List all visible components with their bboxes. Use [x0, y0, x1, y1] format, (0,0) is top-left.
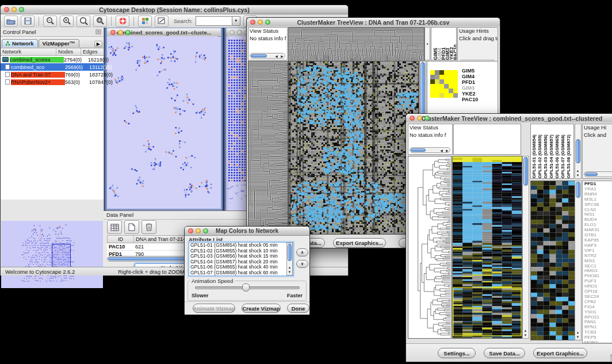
gene-label[interactable]: PUF3	[584, 279, 599, 284]
network-list-row[interactable]: DNA and Tran 07769(0)183728(0)	[1, 71, 104, 78]
attribute-listbox[interactable]: GPL51-01 (GSM854) heat shock 05 minGPL51…	[189, 242, 293, 276]
zoom-button[interactable]	[125, 30, 131, 35]
gene-label[interactable]: GIM3	[462, 85, 478, 91]
zoom-selected-button[interactable]	[93, 16, 107, 27]
delete-attribute-button[interactable]	[141, 220, 156, 234]
scroll-up-arrow[interactable]: ▲	[523, 328, 528, 333]
minimize-button[interactable]	[118, 30, 123, 35]
tab-network[interactable]: Network	[2, 39, 38, 47]
zoom-in-button[interactable]	[60, 16, 74, 27]
gene-label[interactable]: TCB3	[584, 330, 599, 335]
scroll-down-arrow[interactable]: ▼	[575, 173, 580, 178]
window-controls[interactable]	[188, 228, 208, 233]
column-label[interactable]: PAC10	[453, 28, 457, 60]
main-heatmap-canvas[interactable]	[288, 61, 419, 235]
network-window-title-bar[interactable]: combined_scores_good.txt--cluste...	[107, 28, 221, 37]
gene-label-list[interactable]: PFD1YRA1RNR4MSL1SPC98CLN1NIS1BUD4ELG1MAK…	[584, 182, 599, 343]
save-button[interactable]	[21, 16, 35, 27]
network-list-row[interactable]: RNAPuberNov2+563(0)107847(0)	[1, 78, 104, 86]
view-status-hscrollbar[interactable]: ◀ ▶	[410, 147, 450, 153]
gene-label[interactable]: YSH1	[584, 310, 599, 315]
row-dendrogram-canvas[interactable]	[248, 61, 288, 235]
gene-label-list[interactable]: GIM5GIM4PFD1GIM3YKE2PAC10	[462, 68, 478, 102]
network-list-row[interactable]: combined_scores2764(0)16218(0)	[1, 56, 104, 63]
network-view-canvas[interactable]	[107, 36, 217, 205]
scroll-up-arrow[interactable]: ▲	[287, 265, 292, 270]
column-label[interactable]: YKE2	[449, 28, 453, 60]
export-graphics-button[interactable]: Export Graphics...	[333, 238, 386, 248]
vizmapper-button[interactable]	[138, 16, 152, 27]
view-status-hscrollbar[interactable]: ◀ ▶	[250, 53, 285, 59]
gene-label[interactable]: PAC10	[462, 97, 478, 102]
gene-label[interactable]: KAP95	[584, 238, 599, 243]
gene-label[interactable]: PAN1	[584, 320, 599, 325]
column-label[interactable]: GPL51-01 (GSM854)	[531, 124, 537, 178]
similarity-matrix-canvas[interactable]	[430, 69, 458, 98]
main-title-bar[interactable]: Cytoscape Desktop (Session Name: collins…	[1, 5, 348, 14]
window-controls[interactable]	[110, 30, 131, 35]
column-header-edges[interactable]: Edges	[81, 48, 102, 55]
gene-label[interactable]: CLN1	[584, 208, 599, 213]
move-up-button[interactable]: ∧	[296, 248, 308, 256]
column-label[interactable]: GPL51-06 (GSM865)	[554, 124, 560, 178]
scrollbar-thumb[interactable]	[576, 139, 580, 163]
scroll-down-arrow[interactable]: ▼	[575, 335, 580, 339]
close-button[interactable]	[188, 228, 193, 233]
gene-label[interactable]: RPN1	[584, 325, 599, 330]
scroll-down-arrow[interactable]: ▼	[287, 270, 292, 274]
minimize-button[interactable]	[196, 228, 201, 233]
gene-label[interactable]: PFD1	[462, 79, 478, 85]
speed-slider-thumb[interactable]	[242, 283, 250, 292]
scroll-left-arrow[interactable]: ◀	[274, 54, 279, 59]
float-panel-icon[interactable]	[95, 29, 101, 35]
minimize-button[interactable]	[12, 7, 17, 12]
dialog-title-bar[interactable]: Map Colors to Network	[185, 227, 309, 236]
settings-button[interactable]: Settings...	[438, 348, 476, 358]
scrollbar-thumb[interactable]	[576, 182, 580, 198]
column-label[interactable]: GPL51-02 (GSM855)	[537, 124, 543, 178]
close-button[interactable]	[110, 30, 116, 35]
gene-label[interactable]: MAK31	[584, 228, 599, 233]
zoom-button[interactable]	[265, 20, 270, 25]
scroll-right-arrow[interactable]: ▶	[280, 54, 285, 59]
window-controls[interactable]	[410, 116, 430, 121]
heatmap-vscrollbar[interactable]: ▲ ▼	[522, 156, 529, 339]
done-button[interactable]: Done	[287, 304, 309, 313]
animate-vizmap-button[interactable]: Animate Vizmap	[193, 304, 235, 313]
usage-hints-hscrollbar[interactable]	[584, 171, 612, 177]
attribute-list-vscrollbar[interactable]: ▲ ▼	[286, 243, 293, 275]
scroll-up-arrow[interactable]: ▲	[575, 168, 580, 173]
window-controls[interactable]	[250, 20, 270, 25]
attribute-item[interactable]: GPL51-07 (GSM868) heat shock 60 min	[190, 270, 293, 276]
expand-arrow[interactable]: ▸	[425, 41, 430, 46]
gene-label[interactable]: MSL1	[584, 197, 599, 202]
window-controls[interactable]	[4, 7, 24, 12]
zoom-button[interactable]	[19, 7, 24, 12]
column-label[interactable]: GIM4	[437, 28, 441, 60]
scroll-right-arrow[interactable]: ▶	[445, 148, 450, 153]
scroll-left-arrow[interactable]: ◀	[439, 148, 444, 153]
gene-label[interactable]: NIS1	[584, 212, 599, 217]
scrollbar-thumb[interactable]	[411, 148, 426, 152]
gene-label[interactable]: MSI1	[584, 259, 599, 264]
save-data-button[interactable]: Save Data...	[484, 348, 525, 358]
create-vizmap-button[interactable]: Create Vizmap	[242, 304, 281, 313]
gene-label[interactable]: BUD4	[584, 217, 599, 223]
gene-label[interactable]: RNR4	[584, 192, 599, 197]
column-label[interactable]: GIM3	[445, 28, 449, 60]
zoom-out-button[interactable]	[43, 16, 57, 27]
row-dendrogram-canvas[interactable]	[408, 156, 452, 339]
network-window[interactable]: combined_scores_good.txt--cluste...	[105, 28, 223, 210]
annotation-button[interactable]	[155, 16, 169, 27]
gene-label[interactable]: YRA1	[584, 187, 599, 192]
zoom-fit-button[interactable]	[76, 16, 90, 27]
close-button[interactable]	[250, 20, 255, 25]
gene-label[interactable]: CPA2	[584, 300, 599, 305]
gene-label[interactable]: GIM4	[462, 74, 478, 79]
move-down-button[interactable]: ∨	[296, 260, 308, 268]
gene-label[interactable]: GTB1	[584, 233, 599, 238]
column-label[interactable]: GIM5	[433, 28, 437, 60]
gene-label[interactable]: SEC1	[584, 264, 599, 269]
column-label[interactable]: GPL51-07 (GSM868)	[560, 124, 566, 178]
gene-label[interactable]: RPO21	[584, 315, 599, 320]
